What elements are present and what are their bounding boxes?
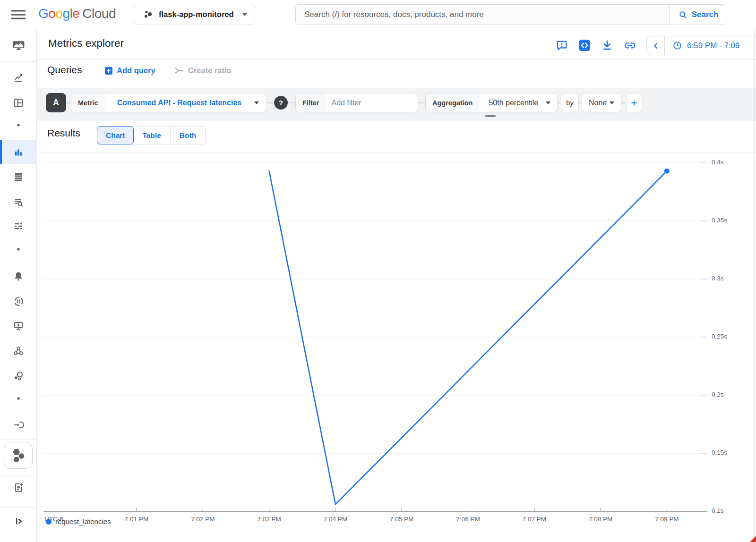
x-axis-tick-label: 7:05 PM	[390, 516, 413, 523]
collapse-time-panel-button[interactable]	[647, 36, 665, 55]
x-axis-labels: 7:01 PM7:02 PM7:03 PM7:04 PM7:05 PM7:06 …	[0, 516, 756, 524]
logo-letter: g	[62, 6, 69, 21]
tab-table[interactable]: Table	[133, 127, 170, 144]
project-icon	[143, 9, 153, 20]
chevron-down-icon	[610, 102, 614, 104]
filter-input[interactable]	[326, 99, 396, 107]
sidebar-item-trace[interactable]	[0, 215, 37, 237]
results-view-toggle: Chart Table Both	[97, 126, 206, 144]
legend-item[interactable]: request_latencies	[46, 517, 111, 525]
search-icon	[678, 10, 688, 20]
sidebar-item-kubernetes-engine[interactable]	[4, 442, 33, 469]
expand-panel-icon	[13, 516, 24, 527]
connector-line	[288, 102, 295, 103]
sidebar-item-integrations[interactable]	[0, 414, 37, 436]
connector-line	[267, 102, 274, 103]
corner-notification-mark	[750, 536, 756, 542]
menu-icon[interactable]	[10, 8, 26, 21]
metrics-explorer-page: GoogleCloud flask-app-monitored Search	[0, 0, 756, 542]
bar-chart-icon	[13, 146, 24, 158]
sidebar-item-monitoring-home[interactable]	[0, 34, 37, 57]
chevron-down-icon	[546, 102, 550, 104]
merge-arrow-icon	[174, 65, 185, 76]
group-by-selector[interactable]: None	[582, 93, 621, 112]
panel-resize-handle[interactable]	[485, 115, 496, 117]
x-axis-tick-label: 7:09 PM	[655, 516, 679, 523]
sidebar-item-groups[interactable]	[0, 364, 37, 387]
page-title: Metrics explorer	[48, 37, 124, 50]
results-heading: Results	[47, 127, 80, 139]
bell-icon	[13, 271, 24, 282]
metric-value[interactable]: Consumed API - Request latencies	[117, 99, 241, 107]
sidebar-item-metrics-list[interactable]	[0, 165, 37, 188]
panel-right-border	[754, 29, 755, 542]
sidebar-item-dashboards[interactable]	[0, 92, 37, 114]
sidebar-item-uptime-checks[interactable]	[0, 314, 37, 337]
by-label: by	[566, 99, 573, 107]
aggregation-label: Aggregation	[426, 93, 479, 112]
search-button[interactable]: Search	[669, 5, 727, 25]
feedback-icon[interactable]	[556, 39, 568, 51]
time-range-selector[interactable]: 6:59 PM - 7:09	[646, 36, 756, 55]
x-axis-tick-label: 7:01 PM	[125, 516, 148, 523]
add-query-button[interactable]: Add query	[105, 66, 155, 75]
tab-chart[interactable]: Chart	[97, 126, 134, 144]
link-icon[interactable]	[624, 39, 636, 51]
sidebar-item-release-notes[interactable]	[0, 476, 37, 499]
log-search-icon	[13, 196, 24, 208]
search-input[interactable]	[296, 5, 669, 25]
latency-line-chart[interactable]	[43, 152, 707, 514]
expand-panel-button[interactable]	[0, 510, 37, 533]
search-button-label: Search	[692, 10, 719, 19]
y-axis-tick-label: 0.2s	[712, 391, 724, 398]
metric-selector[interactable]: Metric Consumed API - Request latencies	[71, 93, 267, 112]
query-letter-badge[interactable]: A	[46, 93, 66, 112]
project-name: flask-app-monitored	[159, 10, 234, 19]
create-ratio-button[interactable]: Create ratio	[174, 65, 232, 76]
project-selector[interactable]: flask-app-monitored	[134, 4, 255, 25]
groups-circles-icon	[13, 370, 24, 381]
sidebar-item-managed-prometheus[interactable]	[0, 290, 37, 313]
sidebar-divider	[0, 507, 37, 508]
header-divider	[37, 59, 756, 59]
aggregation-selector[interactable]: Aggregation 50th percentile	[425, 93, 558, 112]
tab-both[interactable]: Both	[171, 127, 205, 144]
filter-field[interactable]: Filter	[295, 93, 418, 112]
x-axis-tick-label: 7:08 PM	[589, 516, 612, 523]
code-editor-icon[interactable]	[578, 39, 591, 51]
sidebar-item-services[interactable]	[0, 339, 37, 362]
dashboard-icon	[13, 97, 24, 109]
google-cloud-logo: GoogleCloud	[38, 6, 116, 21]
sidebar-divider	[0, 439, 37, 440]
chevron-left-icon	[651, 41, 661, 51]
x-axis-tick-label: 7:06 PM	[456, 516, 480, 523]
connector-line	[621, 102, 626, 103]
integration-arrow-icon	[13, 419, 24, 431]
sidebar-item-metrics-explorer[interactable]	[0, 141, 37, 163]
metric-help-button[interactable]: ?	[274, 96, 288, 110]
uptime-monitor-icon	[13, 320, 24, 331]
y-axis-tick-label: 0.1s	[712, 507, 724, 514]
monitoring-logo-icon	[12, 40, 25, 51]
sidebar-item-alerting[interactable]	[0, 265, 37, 288]
download-icon[interactable]	[601, 39, 613, 51]
time-range-text: 6:59 PM - 7:09	[687, 41, 740, 51]
services-circles-icon	[13, 345, 24, 356]
time-range-value-area[interactable]: 6:59 PM - 7:09	[672, 41, 740, 51]
add-aggregation-button[interactable]	[626, 93, 642, 112]
y-axis-tick-label: 0.3s	[712, 275, 724, 282]
plus-icon	[630, 99, 638, 107]
aggregation-value[interactable]: 50th percentile	[489, 99, 538, 107]
dot-icon	[17, 123, 20, 127]
y-axis-tick-label: 0.25s	[712, 333, 727, 340]
legend-color-dot	[46, 519, 52, 525]
group-by-value[interactable]: None	[589, 99, 607, 107]
add-icon	[105, 67, 112, 75]
logo-letter: o	[48, 6, 55, 21]
sidebar-item-overview[interactable]	[0, 67, 37, 89]
logo-cloud-text: Cloud	[82, 6, 116, 21]
sidebar-item-logs-explorer[interactable]	[0, 191, 37, 213]
filter-label: Filter	[296, 93, 326, 112]
connector-line	[66, 102, 71, 103]
x-axis-tick-label: 7:03 PM	[257, 516, 281, 523]
